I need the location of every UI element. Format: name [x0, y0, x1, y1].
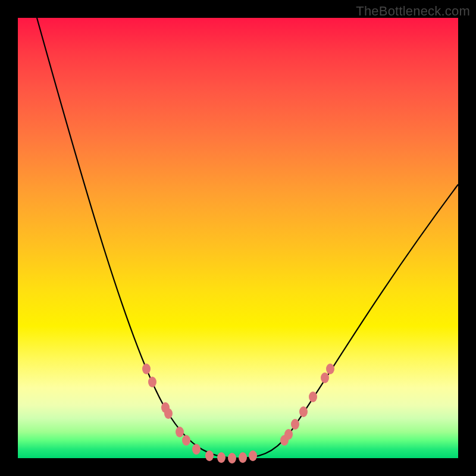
data-marker [299, 406, 308, 417]
data-marker [326, 364, 334, 374]
data-marker [321, 372, 329, 383]
plot-area [18, 18, 458, 458]
data-marker [176, 427, 184, 437]
data-marker [239, 452, 247, 463]
data-markers [142, 364, 334, 464]
bottleneck-curve [37, 18, 458, 458]
data-marker [284, 429, 293, 440]
data-marker [164, 408, 173, 419]
data-marker [142, 364, 151, 374]
data-marker [309, 392, 317, 402]
data-marker [182, 435, 190, 446]
data-marker [249, 450, 257, 461]
watermark-text: TheBottleneck.com [356, 4, 470, 19]
data-marker [291, 419, 299, 430]
data-marker [192, 444, 201, 455]
data-marker [148, 377, 156, 387]
data-marker [228, 453, 236, 464]
curve-svg [18, 18, 458, 458]
data-marker [217, 452, 226, 463]
chart-container: TheBottleneck.com [0, 0, 476, 476]
data-marker [205, 450, 214, 461]
